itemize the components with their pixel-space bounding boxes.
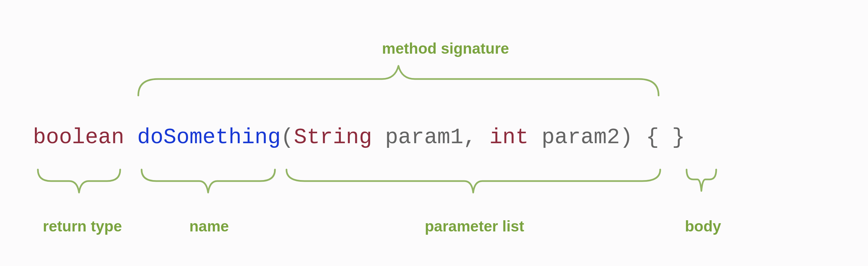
token-space: [633, 125, 646, 150]
token-comma: ,: [463, 125, 489, 150]
token-brace-open: {: [646, 125, 659, 150]
token-space: [372, 125, 385, 150]
token-return-type: boolean: [33, 125, 124, 150]
label-body: body: [685, 217, 721, 235]
brace-return-type: [33, 165, 125, 198]
diagram-root: method signature boolean doSomething(Str…: [0, 0, 868, 266]
token-method-name: doSomething: [137, 125, 281, 150]
label-parameter-list: parameter list: [425, 217, 524, 235]
code-line: boolean doSomething(String param1, int p…: [33, 125, 685, 150]
token-param1-name: param1: [385, 125, 463, 150]
label-method-signature: method signature: [382, 39, 509, 57]
token-paren-close: ): [620, 125, 633, 150]
token-param2-name: param2: [542, 125, 620, 150]
token-space: [659, 125, 672, 150]
token-space: [124, 125, 137, 150]
token-space: [528, 125, 542, 150]
brace-name: [137, 165, 280, 198]
brace-body: [682, 165, 721, 198]
label-return-type: return type: [43, 217, 122, 235]
token-brace-close: }: [672, 125, 685, 150]
label-name: name: [189, 217, 229, 235]
brace-parameter-list: [282, 165, 665, 198]
token-param2-type: int: [489, 125, 528, 150]
token-param1-type: String: [294, 125, 372, 150]
token-paren-open: (: [281, 125, 294, 150]
brace-method-signature: [132, 63, 665, 102]
